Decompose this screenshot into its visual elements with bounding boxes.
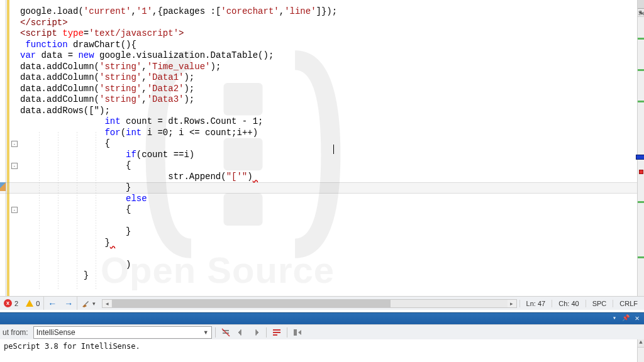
indent-mode[interactable]: SPC <box>586 300 613 307</box>
vertical-scrollbar[interactable]: ▲ <box>637 0 644 296</box>
horizontal-scrollbar[interactable]: ◂ ▸ <box>102 299 516 308</box>
text-caret <box>333 145 334 154</box>
column-indicator[interactable]: Ch: 40 <box>552 300 585 307</box>
code-line[interactable]: int count = dt.Rows.Count - 1; <box>20 116 637 128</box>
code-line[interactable]: var data = new google.visualization.Data… <box>20 50 637 62</box>
line-ending[interactable]: CRLF <box>613 300 644 307</box>
warning-icon <box>26 300 33 307</box>
error-count-value: 2 <box>14 300 18 307</box>
code-line[interactable]: ) <box>20 260 637 271</box>
toolbar-separator <box>215 327 216 337</box>
cropped-label: Se <box>638 9 644 16</box>
output-text[interactable]: peScript 3.8 for IntelliSense. <box>0 339 637 362</box>
scroll-right-button[interactable]: ▸ <box>508 300 516 307</box>
code-line[interactable]: if(count ==i) <box>20 150 637 161</box>
hscroll-thumb[interactable] <box>112 300 390 307</box>
panel-dropdown-icon[interactable]: ▾ <box>610 314 619 323</box>
panel-pin-icon[interactable]: 📌 <box>621 314 630 323</box>
code-line[interactable]: { <box>20 204 637 216</box>
error-icon: x <box>4 299 12 307</box>
scroll-up-button[interactable]: ▲ <box>638 339 644 348</box>
code-line[interactable]: { <box>20 160 637 172</box>
code-line[interactable]: } <box>20 270 637 282</box>
scroll-marker <box>638 201 644 203</box>
indent-left-icon[interactable] <box>234 326 248 339</box>
warning-count-value: 0 <box>36 300 40 307</box>
scroll-left-button[interactable]: ◂ <box>103 300 111 307</box>
code-editor[interactable]: - - - Open Source google.load('current',… <box>0 0 637 296</box>
scroll-marker <box>638 38 644 40</box>
code-line[interactable]: } <box>20 238 637 249</box>
code-line[interactable] <box>20 216 637 227</box>
code-text[interactable]: google.load('current','1',{packages :['c… <box>20 6 637 282</box>
toolbar-separator <box>287 327 287 337</box>
output-source-combo[interactable]: IntelliSense ▼ <box>33 326 212 339</box>
indent-right-icon[interactable] <box>249 326 263 339</box>
error-count[interactable]: x 2 <box>0 297 22 310</box>
code-line[interactable]: data.addColumn('string','Data3'); <box>20 94 637 106</box>
fold-toggle[interactable]: - <box>11 141 18 147</box>
brush-icon[interactable] <box>81 299 90 308</box>
change-margin <box>7 0 9 296</box>
svg-rect-7 <box>273 334 277 336</box>
fold-toggle[interactable]: - <box>11 207 18 213</box>
editor-gutter <box>0 0 6 296</box>
error-marker <box>639 170 643 174</box>
scroll-marker <box>638 101 644 102</box>
panel-close-icon[interactable]: ✕ <box>633 314 641 323</box>
code-line[interactable]: function drawChart(){ <box>20 40 637 51</box>
code-line[interactable]: str.Append("['") <box>20 172 637 183</box>
caret-position-marker <box>636 155 644 160</box>
toggle-output-icon[interactable] <box>291 326 304 339</box>
output-source-value: IntelliSense <box>36 328 75 337</box>
editor-statusbar: x 2 0 ← → ▾ ◂ ▸ Ln: 47 Ch: 40 SPC CRLF <box>0 296 644 310</box>
code-line[interactable]: } <box>20 182 637 194</box>
code-line[interactable]: { <box>20 138 637 150</box>
pencil-indicator <box>0 182 6 191</box>
warning-count[interactable]: 0 <box>22 297 43 310</box>
code-line[interactable]: <script type='text/javascript'> <box>20 28 637 40</box>
code-line[interactable]: data.addColumn('string','Data2'); <box>20 84 637 95</box>
code-line[interactable]: else <box>20 194 637 205</box>
scroll-marker <box>638 69 644 71</box>
code-line[interactable]: google.load('current','1',{packages :['c… <box>20 6 637 18</box>
code-line[interactable]: data.addColumn('string','Data1'); <box>20 72 637 84</box>
output-panel-header[interactable]: ▾ 📌 ✕ <box>0 312 644 324</box>
output-toolbar: ut from: IntelliSense ▼ <box>0 324 644 339</box>
split-handle[interactable] <box>638 0 644 9</box>
code-line[interactable] <box>20 248 637 260</box>
line-indicator[interactable]: Ln: 47 <box>519 300 552 307</box>
output-scrollbar[interactable]: ▲ <box>637 339 644 362</box>
svg-rect-5 <box>273 329 280 331</box>
code-line[interactable]: for(int i =0; i <= count;i++) <box>20 128 637 139</box>
nav-forward-button[interactable]: → <box>64 299 73 308</box>
fold-column: - - - <box>10 0 19 296</box>
fold-toggle[interactable]: - <box>11 163 18 169</box>
svg-rect-8 <box>294 329 297 336</box>
code-line[interactable]: data.addColumn('string','Time_value'); <box>20 62 637 73</box>
toolbar-separator <box>266 327 267 337</box>
nav-back-button[interactable]: ← <box>48 299 57 308</box>
clear-all-icon[interactable] <box>219 326 233 339</box>
code-line[interactable]: </script> <box>20 18 637 29</box>
word-wrap-icon[interactable] <box>270 326 284 339</box>
code-line[interactable]: } <box>20 226 637 238</box>
scroll-marker <box>638 256 644 258</box>
svg-rect-6 <box>273 332 280 333</box>
code-line[interactable]: data.addRows(["); <box>20 106 637 117</box>
chevron-down-icon: ▼ <box>203 329 209 336</box>
output-from-label: ut from: <box>3 328 32 337</box>
